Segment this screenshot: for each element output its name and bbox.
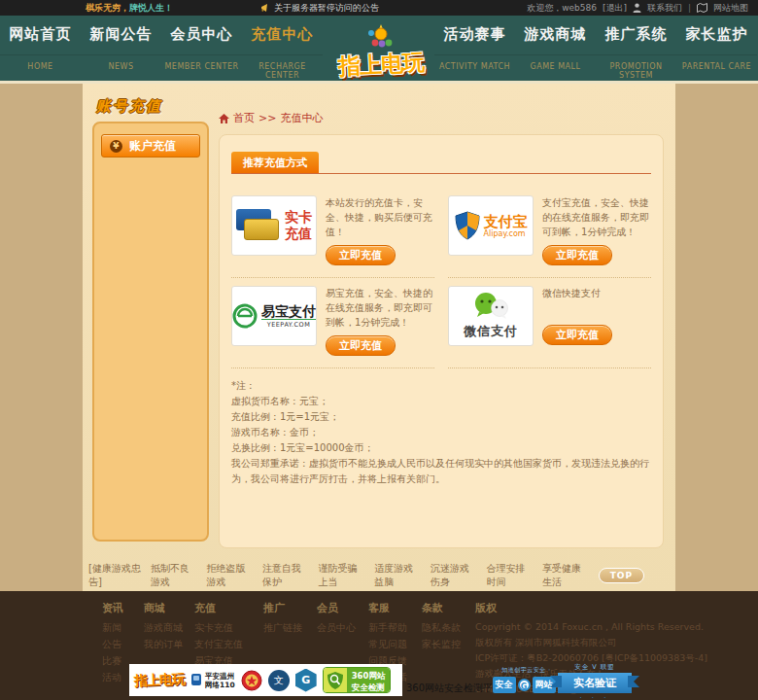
top-bar: 棋乐无穷，牌悦人生！ 关于服务器暂停访问的公告 欢迎您，web586 [退出] … [0,0,758,16]
footer-link[interactable]: 新闻 [102,619,144,636]
breadcrumb: 首页 >> 充值中心 [219,111,666,125]
certification-badges: 指上电玩 平安温州 网络110 文 G [0,663,758,698]
copyright-line: 版权所有 深圳市网狐科技有限公司 [475,635,718,650]
footer-link[interactable]: 常见问题 [368,636,422,652]
announcement-text: 关于服务器暂停访问的公告 [274,0,379,16]
nav-item-game-mall[interactable]: 游戏商城 GAME MALL [515,16,596,81]
sitemap-link[interactable]: 网站地图 [713,0,748,16]
footer-link[interactable]: 游戏商城 [144,619,194,636]
back-to-top-button[interactable]: TOP [599,568,644,583]
slogan-part1: 棋乐无穷， [86,3,129,13]
payment-method-alipay: 支付宝 Alipay.com 支付宝充值，安全、快捷的在线充值服务，即充即可到帐… [448,188,651,278]
moneybag-icon: ¥ [110,140,122,153]
recharge-now-button-wechat[interactable]: 立即充值 [542,325,612,345]
footer-link[interactable]: 实卡充值 [194,619,263,636]
police-emblem-icon[interactable] [241,670,262,691]
breadcrumb-current: 充值中心 [280,111,323,125]
nav-item-activity-match[interactable]: 活动赛事 ACTIVITY MATCH [434,16,515,81]
footer-link[interactable]: 我的订单 [144,636,194,652]
payment-method-card: 实卡 充值 本站发行的充值卡，安全、快捷，购买后便可充值！ 立即充值 [231,188,434,278]
footer-link[interactable]: 新手帮助 [368,619,422,636]
breadcrumb-home-link[interactable]: 首页 [233,111,255,125]
main-area: 账号充值 ¥ 账户充值 首页 >> 充值中心 推荐充值方式 [0,84,758,591]
footer: 资讯 新闻 公告 比赛 活动 商城 游戏商城 我的订单 充值 实卡充值 支付宝充… [0,591,758,700]
culture-license-icon[interactable]: 文 [268,670,290,691]
megaphone-icon [260,3,270,13]
site-logo[interactable]: 指上电玩 [327,23,434,88]
footer-link[interactable]: 会员中心 [317,619,368,636]
footer-site-logo[interactable]: 指上电玩 [134,671,186,690]
topbar-right: 欢迎您，web586 [退出] 联系我们 | 网站地图 [527,0,748,16]
health-advice-label: [健康游戏忠告] [88,562,142,589]
payment-desc: 支付宝充值，安全、快捷的在线充值服务，即充即可到帐，1分钟完成！ [542,195,651,239]
yeepay-logo[interactable]: 易宝支付 YEEPAY.COM [231,286,317,346]
yeepay-circle-icon [232,303,258,329]
welcome-text: 欢迎您，web586 [527,0,597,16]
sidebar-item-account-recharge[interactable]: ¥ 账户充值 [101,134,200,158]
alipay-shield-icon [455,211,480,240]
page: 棋乐无穷，牌悦人生！ 关于服务器暂停访问的公告 欢迎您，web586 [退出] … [0,0,758,700]
shield-magnifier-icon [327,671,344,690]
nav-item-promotion-system[interactable]: 推广系统 PROMOTION SYSTEM [596,16,676,81]
nav-item-home[interactable]: 网站首页 HOME [0,16,81,81]
badge-safe-website[interactable]: · 知道创宇云安全 · 安全 G 网站 [491,666,557,693]
payment-desc: 微信快捷支付 [542,286,651,319]
content: 首页 >> 充值中心 推荐充值方式 实卡 [219,84,666,548]
game-association-icon[interactable]: G [295,669,317,692]
announcement-link[interactable]: 关于服务器暂停访问的公告 [260,0,379,16]
wechat-pay-logo[interactable]: 微信支付 [448,286,534,346]
recharge-now-button-card[interactable]: 立即充值 [326,245,396,265]
badge-360-platform-text: 360网站安全检测平台 [406,682,502,695]
recharge-now-button-alipay[interactable]: 立即充值 [542,245,612,265]
nav-item-recharge-center[interactable]: 充值中心 RECHARGE CENTER [242,16,323,81]
home-icon [219,114,229,123]
contact-link[interactable]: 联系我们 [647,0,682,16]
nav-left-group: 网站首页 HOME 新闻公告 NEWS 会员中心 MEMBER CENTER 充… [0,16,324,81]
recharge-panel: 推荐充值方式 实卡 充值 [219,134,664,548]
sidebar-panel: ¥ 账户充值 [92,122,209,542]
footer-link[interactable]: 公告 [102,636,144,652]
badges-white-strip: 指上电玩 平安温州 网络110 文 G [129,664,402,696]
cyberpolice-icon [190,673,202,687]
knownsec-spiral-icon: G [518,679,531,691]
footer-link[interactable]: 家长监控 [422,636,475,652]
card-recharge-logo[interactable]: 实卡 充值 [231,195,317,256]
recharge-now-button-yeepay[interactable]: 立即充值 [326,335,396,356]
footer-link[interactable]: 推广链接 [263,619,317,636]
nav-item-parental-care[interactable]: 家长监护 PARENTAL CARE [676,16,757,81]
sidebar: 账号充值 ¥ 账户充值 [92,97,209,542]
alipay-logo[interactable]: 支付宝 Alipay.com [448,195,534,256]
recharge-cards-icon [236,207,281,244]
topbar-separator: | [688,0,691,16]
breadcrumb-separator: >> [258,112,276,124]
payment-methods-grid: 实卡 充值 本站发行的充值卡，安全、快捷，购买后便可充值！ 立即充值 [231,188,651,368]
payment-method-yeepay: 易宝支付 YEEPAY.COM 易宝充值，安全、快捷的在线充值服务，即充即可到帐… [231,278,434,368]
slogan-part2: 牌悦人生！ [129,3,173,13]
footer-link[interactable]: 支付宝充值 [194,636,263,652]
mascot-icon [360,23,402,49]
nav-item-news[interactable]: 新闻公告 NEWS [81,16,161,81]
recharge-notes: *注： 虚拟货币名称：元宝； 充值比例：1元=1元宝； 游戏币名称：金币； 兑换… [231,378,651,487]
health-advice-bar: [健康游戏忠告] 抵制不良游戏 拒绝盗版游戏 注意自我保护 谨防受骗上当 适度游… [88,566,670,585]
payment-desc: 易宝充值，安全、快捷的在线充值服务，即充即可到帐，1分钟完成！ [326,286,434,330]
nav-item-member-center[interactable]: 会员中心 MEMBER CENTER [161,16,242,81]
sidebar-item-label: 账户充值 [129,138,176,155]
badge-realname-verification[interactable]: 安全 V 联盟 实名验证 · · · [558,663,632,700]
logout-link[interactable]: [退出] [603,0,627,16]
site-logo-text: 指上电玩 [327,50,434,79]
site-slogan: 棋乐无穷，牌悦人生！ [86,0,173,16]
payment-desc: 本站发行的充值卡，安全、快捷，购买后便可充值！ [326,195,434,239]
section-title-tab: 推荐充值方式 [231,152,319,173]
copyright-line: Copyright © 2014 Foxuc.cn , All Rights R… [475,619,718,635]
map-icon [697,3,707,13]
content-wrapper: 账号充值 ¥ 账户充值 首页 >> 充值中心 推荐充值方式 [83,84,675,591]
badge-360-safety[interactable]: 360网站 安全检测 [323,667,392,693]
sidebar-title: 账号充值 [96,97,209,116]
wechat-bubbles-icon [471,292,510,321]
wenzhou-cyberpolice-badge[interactable]: 平安温州 网络110 [190,672,235,689]
footer-link[interactable]: 隐私条款 [422,619,475,636]
section-rule [231,173,651,174]
nav-right-group: 活动赛事 ACTIVITY MATCH 游戏商城 GAME MALL 推广系统 … [434,16,758,81]
payment-method-wechat: 微信支付 微信快捷支付 立即充值 [448,278,651,368]
user-icon [633,3,641,13]
